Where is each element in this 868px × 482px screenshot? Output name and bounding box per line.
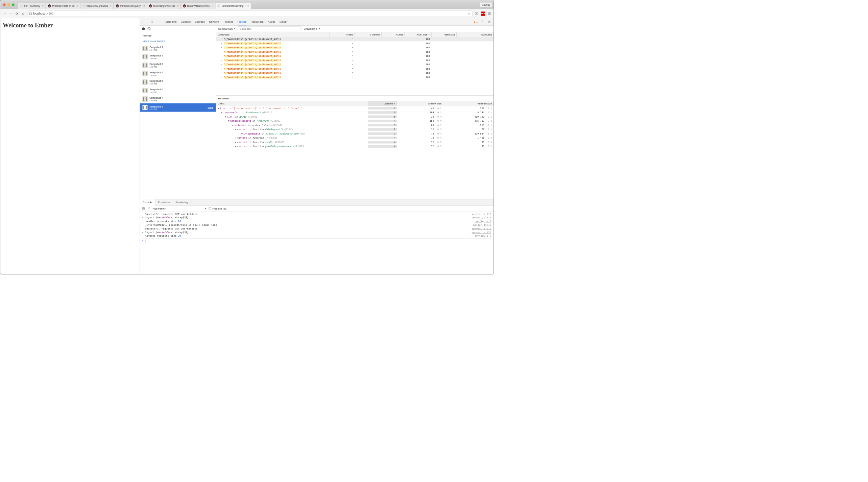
inspect-icon[interactable]: ⬚	[142, 20, 146, 24]
browser-profile-button[interactable]: Stanley	[480, 2, 492, 7]
col-delta[interactable]: # Delta	[382, 32, 405, 37]
col-constructor[interactable]: Constructor	[216, 32, 330, 37]
browser-tab[interactable]: https://raw.githubus×	[80, 3, 114, 9]
devtools-tab-elements[interactable]: Elements	[165, 19, 176, 25]
retainer-row[interactable]: ▼handledRequests in Pretender @214963415…	[216, 119, 493, 123]
address-bar[interactable]: ▢ localhost:4200 ☆	[27, 10, 473, 17]
snapshot-item[interactable]: Snapshot 619.9 MB	[140, 86, 216, 95]
constructor-row[interactable]: "{"marketdata":[{"id":1,"instrument_id":…	[216, 58, 493, 63]
preserve-log-checkbox[interactable]: Preserve log	[209, 207, 226, 210]
maximize-window-icon[interactable]	[12, 3, 14, 6]
info-icon[interactable]: ⓘ	[475, 11, 478, 15]
console-source-link[interactable]: server.js:220	[472, 216, 491, 219]
constructor-row[interactable]: "{"marketdata":[{"id":1,"instrument_id":…	[216, 54, 493, 58]
forward-icon[interactable]: →	[9, 11, 13, 15]
view-selector[interactable]: Comparison▼	[218, 27, 236, 30]
constructor-row[interactable]: "{"marketdata":[{"id":1,"instrument_id":…	[216, 67, 493, 71]
col-freed-size[interactable]: Freed Size	[432, 32, 457, 37]
retainer-row[interactable]: ▸context in function getAllResponseHeade…	[216, 144, 493, 149]
close-icon[interactable]: ✕	[487, 20, 492, 24]
tab-close-icon[interactable]: ×	[177, 4, 179, 7]
col-shallow[interactable]: Shallow Size	[397, 101, 443, 106]
adblock-icon[interactable]: ABP	[481, 11, 485, 16]
retainer-row[interactable]: ▸context in function () @370054720 %1 49…	[216, 136, 493, 140]
devtools-tab-timeline[interactable]: Timeline	[223, 19, 233, 25]
browser-tab[interactable]: 58° | Currently×	[18, 3, 46, 9]
console-source-link[interactable]: server.js:219	[472, 213, 491, 216]
tab-close-icon[interactable]: ×	[247, 4, 249, 7]
col-object[interactable]: Object	[216, 101, 368, 106]
snapshot-item[interactable]: Snapshot 419.9 MB	[140, 69, 216, 78]
constructor-row[interactable]: "{"marketdata":[{"id":1,"instrument_id":…	[216, 75, 493, 79]
browser-tab[interactable]: 🐙BlakeWilliams/embe×	[181, 3, 215, 9]
back-icon[interactable]: ←	[3, 11, 6, 15]
devtools-tab-ember[interactable]: Ember	[280, 19, 287, 25]
console-prompt[interactable]: ❯	[142, 239, 491, 243]
retainer-row[interactable]: ▸context in function send() @2016394720 …	[216, 140, 493, 144]
snapshot-item[interactable]: Snapshot 820.5 MBSave	[140, 103, 216, 112]
constructor-row[interactable]: "{"marketdata":[{"id":1,"instrument_id":…	[216, 37, 493, 42]
device-icon[interactable]: ▯	[150, 20, 154, 24]
clear-console-icon[interactable]	[142, 207, 145, 210]
col-distance[interactable]: Distance▲	[368, 101, 397, 106]
filter-icon[interactable]: ⧩	[147, 207, 150, 210]
constructor-row[interactable]: "{"marketdata":[{"id":1,"instrument_id":…	[216, 71, 493, 75]
frame-selector[interactable]: <top frame>▼	[152, 207, 206, 210]
devtools-tab-audits[interactable]: Audits	[268, 19, 275, 25]
retainer-row[interactable]: ▼pretender in system / Context@250413800…	[216, 123, 493, 127]
tab-close-icon[interactable]: ×	[143, 4, 145, 7]
tab-close-icon[interactable]: ×	[42, 4, 44, 7]
col-retained[interactable]: Retained Size	[443, 101, 493, 106]
drawer-tab-emulation[interactable]: Emulation	[155, 199, 173, 206]
retainer-row[interactable]: ▼[144] in Array @2149695320 %609 1203 %	[216, 115, 493, 119]
retainer-row[interactable]: ▼first in "{"marketdata":[{"id":1,"instr…	[216, 106, 493, 111]
col-alloc-size[interactable]: Alloc. Size▼	[405, 32, 432, 37]
browser-tab[interactable]: EmberDataGrowingH×	[215, 3, 251, 9]
tab-close-icon[interactable]: ×	[110, 4, 112, 7]
console-source-link[interactable]: server.js:219	[472, 227, 491, 230]
snapshot-save-link[interactable]: Save	[208, 106, 213, 109]
record-icon[interactable]	[142, 27, 145, 30]
col-new[interactable]: # New	[330, 32, 355, 37]
menu-icon[interactable]: ☰	[487, 11, 491, 15]
devtools-tab-console[interactable]: Console	[181, 19, 191, 25]
preserve-log-input[interactable]	[209, 207, 211, 210]
browser-tab[interactable]: 🐙trumb1mj/ember-da×	[147, 3, 181, 9]
constructor-row[interactable]: "{"marketdata":[{"id":1,"instrument_id":…	[216, 46, 493, 50]
devtools-tab-network[interactable]: Network	[209, 19, 219, 25]
console-source-link[interactable]: server.js:220	[472, 231, 491, 234]
tab-close-icon[interactable]: ×	[212, 4, 213, 7]
retainer-row[interactable]: ▼context in function FakeRequest() @2504…	[216, 127, 493, 132]
console-source-link[interactable]: config.js:9	[475, 220, 491, 223]
constructor-row[interactable]: "{"marketdata":[{"id":1,"instrument_id":…	[216, 50, 493, 54]
devtools-tab-resources[interactable]: Resources	[251, 19, 264, 25]
warning-badge[interactable]: ▲1	[473, 20, 478, 23]
minimize-window-icon[interactable]	[7, 3, 10, 6]
col-size-delta[interactable]: Size Delta	[457, 32, 493, 37]
home-icon[interactable]: ⌂	[21, 11, 25, 15]
drawer-tab-rendering[interactable]: Rendering	[173, 199, 191, 206]
constructor-row[interactable]: "{"marketdata":[{"id":1,"instrument_id":…	[216, 41, 493, 46]
devtools-tab-sources[interactable]: Sources	[195, 19, 205, 25]
class-filter-input[interactable]	[238, 26, 302, 31]
browser-tab[interactable]: 🐙thefrontside/jquery-×	[114, 3, 147, 9]
tab-close-icon[interactable]: ×	[76, 4, 78, 7]
star-icon[interactable]: ☆	[467, 11, 471, 15]
reload-icon[interactable]: ⟳	[15, 11, 19, 15]
snapshot-item[interactable]: Snapshot 119.4 MB	[140, 44, 216, 52]
snapshot-item[interactable]: Snapshot 319.5 MB	[140, 61, 216, 69]
browser-tab[interactable]: 🐙fivetanley/data at ad×	[46, 3, 80, 9]
console-source-link[interactable]: poller.js:12	[473, 223, 491, 226]
retainer-row[interactable]: ▼responseText in FakeRequest @4645176104…	[216, 111, 493, 115]
snapshot-item[interactable]: Snapshot 519.9 MB	[140, 78, 216, 86]
constructor-row[interactable]: "{"marketdata":[{"id":1,"instrument_id":…	[216, 63, 493, 67]
console-source-link[interactable]: config.js:9	[475, 235, 491, 238]
snapshot-item[interactable]: Snapshot 719.9 MB	[140, 95, 216, 103]
snapshot-item[interactable]: Snapshot 219.4 MB	[140, 52, 216, 61]
retainer-row[interactable]: ▸XMLHttpRequest in Window / localhost:42…	[216, 131, 493, 136]
col-deleted[interactable]: # Deleted	[355, 32, 382, 37]
close-window-icon[interactable]	[3, 3, 5, 6]
drawer-tab-console[interactable]: Console	[140, 199, 155, 206]
devtools-tab-profiles[interactable]: Profiles	[238, 19, 247, 25]
clear-icon[interactable]	[147, 27, 150, 30]
